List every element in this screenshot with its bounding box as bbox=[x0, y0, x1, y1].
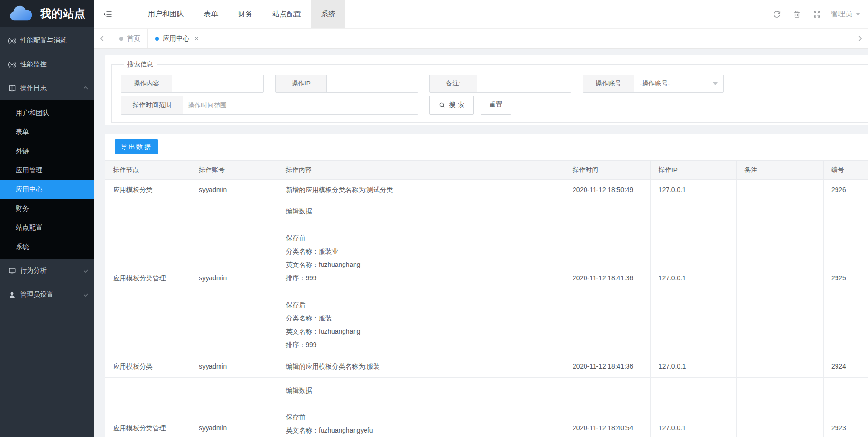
tabs-scroll-right-button[interactable] bbox=[850, 29, 868, 48]
col-ip: 操作IP bbox=[651, 161, 737, 180]
tab-app-center[interactable]: 应用中心 bbox=[148, 29, 206, 48]
cell-node: 应用模板分类 bbox=[105, 180, 191, 201]
page-content: 搜索信息 操作内容 操作IP 备注: 操作账号 bbox=[94, 49, 868, 437]
reset-button[interactable]: 重置 bbox=[481, 96, 511, 115]
sidebar-item-admin-settings[interactable]: 管理员设置 bbox=[0, 283, 94, 307]
cell-ip: 127.0.0.1 bbox=[651, 201, 737, 356]
cell-account: syyadmin bbox=[191, 180, 278, 201]
field-time-range: 操作时间范围 bbox=[121, 96, 418, 115]
user-menu[interactable]: 管理员 bbox=[831, 10, 860, 19]
search-icon bbox=[439, 102, 446, 108]
cell-content: 编辑数据 保存前 分类名称：服装业 英文名称：fuzhuanghang 排序：9… bbox=[278, 201, 565, 356]
top-menu-system[interactable]: 系统 bbox=[311, 0, 345, 28]
search-panel: 搜索信息 操作内容 操作IP 备注: 操作账号 bbox=[105, 55, 868, 125]
cell-node: 应用模板分类 bbox=[105, 356, 191, 378]
broadcast-icon bbox=[8, 61, 16, 69]
top-menu-finance[interactable]: 财务 bbox=[228, 0, 262, 28]
cell-account: syyadmin bbox=[191, 378, 278, 437]
cell-time: 2020-11-12 18:41:36 bbox=[565, 201, 651, 356]
cell-ip: 127.0.0.1 bbox=[651, 180, 737, 201]
submenu-item-users-teams[interactable]: 用户和团队 bbox=[0, 103, 94, 122]
top-menu: 用户和团队 表单 财务 站点配置 系统 bbox=[138, 0, 345, 28]
operation-account-select[interactable]: -操作账号- bbox=[634, 75, 723, 92]
cell-note bbox=[737, 201, 824, 356]
submenu-item-app-management[interactable]: 应用管理 bbox=[0, 160, 94, 180]
top-menu-forms[interactable]: 表单 bbox=[194, 0, 228, 28]
tab-dot-icon bbox=[155, 37, 159, 41]
field-operation-account: 操作账号 -操作账号- bbox=[583, 75, 724, 93]
top-menu-users-teams[interactable]: 用户和团队 bbox=[138, 0, 194, 28]
submenu-item-site-config[interactable]: 站点配置 bbox=[0, 218, 94, 237]
field-label: 操作内容 bbox=[121, 75, 172, 92]
logo: 我的站点 bbox=[0, 0, 94, 27]
col-node: 操作节点 bbox=[105, 161, 191, 180]
cell-id: 2926 bbox=[824, 180, 868, 201]
chevron-left-icon bbox=[101, 36, 105, 41]
cell-node: 应用模板分类管理 bbox=[105, 378, 191, 437]
cell-account: syyadmin bbox=[191, 201, 278, 356]
cloud-icon bbox=[8, 5, 33, 22]
main-area: 用户和团队 表单 财务 站点配置 系统 管理 bbox=[94, 0, 868, 437]
cell-note bbox=[737, 356, 824, 378]
note-input[interactable] bbox=[477, 75, 571, 92]
chevron-up-icon bbox=[84, 87, 88, 92]
sidebar-item-performance-monitor[interactable]: 性能监控 bbox=[0, 53, 94, 76]
cell-node: 应用模板分类管理 bbox=[105, 201, 191, 356]
field-label: 操作时间范围 bbox=[121, 96, 183, 114]
chevron-down-icon bbox=[84, 268, 88, 273]
trash-button[interactable] bbox=[787, 10, 807, 19]
tab-label: 首页 bbox=[127, 34, 140, 43]
submenu-item-system[interactable]: 系统 bbox=[0, 237, 94, 256]
table-row: 应用模板分类管理 syyadmin 编辑数据 保存前 英文名称：fuzhuang… bbox=[105, 378, 868, 437]
fullscreen-button[interactable] bbox=[807, 10, 827, 19]
sidebar-item-label: 操作日志 bbox=[20, 84, 84, 93]
chevron-down-icon bbox=[84, 292, 88, 297]
field-operation-ip: 操作IP bbox=[275, 75, 418, 93]
cell-note bbox=[737, 378, 824, 437]
search-button[interactable]: 搜 索 bbox=[429, 96, 474, 115]
submenu-item-finance[interactable]: 财务 bbox=[0, 199, 94, 218]
field-label: 操作IP bbox=[276, 75, 327, 92]
top-menu-site-config[interactable]: 站点配置 bbox=[262, 0, 311, 28]
table-row: 应用模板分类管理 syyadmin 编辑数据 保存前 分类名称：服装业 英文名称… bbox=[105, 201, 868, 356]
cell-ip: 127.0.0.1 bbox=[651, 378, 737, 437]
cell-id: 2925 bbox=[824, 201, 868, 356]
close-icon[interactable] bbox=[194, 36, 199, 41]
col-id: 编号 bbox=[824, 161, 868, 180]
field-label: 操作账号 bbox=[583, 75, 634, 92]
operation-content-input[interactable] bbox=[172, 75, 263, 92]
operation-ip-input[interactable] bbox=[327, 75, 418, 92]
field-note: 备注: bbox=[429, 75, 571, 93]
refresh-button[interactable] bbox=[767, 10, 787, 19]
collapse-sidebar-button[interactable] bbox=[94, 0, 122, 28]
submenu-item-external-links[interactable]: 外链 bbox=[0, 141, 94, 160]
submenu-item-app-center[interactable]: 应用中心 bbox=[0, 180, 94, 199]
tabs-bar: 首页 应用中心 bbox=[94, 29, 868, 49]
topbar-actions: 管理员 bbox=[767, 0, 868, 28]
tabs-scroll-left-button[interactable] bbox=[94, 29, 112, 48]
log-table-panel: 导出数据 操作节点 操作账号 操作内容 操作时间 操作IP 备注 编号 bbox=[105, 134, 868, 437]
submenu-item-forms[interactable]: 表单 bbox=[0, 122, 94, 141]
sidebar-item-operation-log[interactable]: 操作日志 bbox=[0, 76, 94, 100]
export-data-button[interactable]: 导出数据 bbox=[115, 139, 158, 154]
cell-time: 2020-11-12 18:41:36 bbox=[565, 356, 651, 378]
book-icon bbox=[8, 85, 16, 93]
broadcast-icon bbox=[8, 37, 16, 45]
sidebar-item-label: 管理员设置 bbox=[20, 290, 84, 299]
cell-id: 2923 bbox=[824, 378, 868, 437]
tab-dot-icon bbox=[119, 37, 123, 41]
reset-button-label: 重置 bbox=[489, 101, 502, 109]
time-range-input[interactable] bbox=[183, 96, 418, 114]
sidebar-item-performance-config[interactable]: 性能配置与消耗 bbox=[0, 29, 94, 53]
sidebar-item-behavior-analysis[interactable]: 行为分析 bbox=[0, 259, 94, 283]
tab-home[interactable]: 首页 bbox=[112, 29, 148, 48]
cell-time: 2020-11-12 18:40:54 bbox=[565, 378, 651, 437]
search-row-2: 操作时间范围 搜 索 重置 bbox=[121, 96, 868, 115]
cell-ip: 127.0.0.1 bbox=[651, 356, 737, 378]
user-label: 管理员 bbox=[831, 10, 852, 19]
field-operation-content: 操作内容 bbox=[121, 75, 264, 93]
selected-value: -操作账号- bbox=[640, 79, 670, 88]
col-note: 备注 bbox=[737, 161, 824, 180]
col-content: 操作内容 bbox=[278, 161, 565, 180]
sidebar-menu: 性能配置与消耗 性能监控 操作日志 用户和团队 表单 外链 应用管理 应用中心 … bbox=[0, 27, 94, 307]
